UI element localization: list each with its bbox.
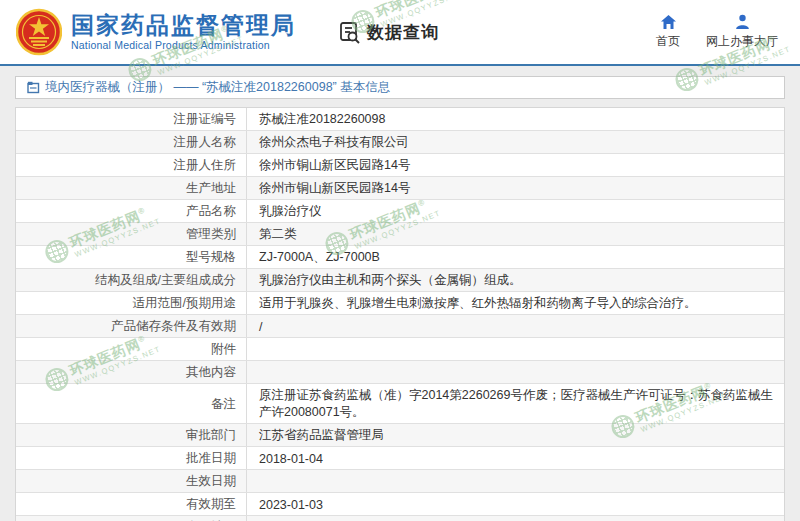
table-row: ? 生产地址 徐州市铜山新区民园路14号 xyxy=(16,177,784,200)
row-label-cell: ? 备注 xyxy=(16,384,247,423)
agency-title-block: 国家药品监督管理局 National Medical Products Admi… xyxy=(71,12,296,52)
row-value: 苏械注准20182260098 xyxy=(247,108,784,130)
table-row: ? 适用范围/预期用途 适用于乳腺炎、乳腺增生电刺激按摩、红外热辐射和药物离子导… xyxy=(16,292,784,315)
agency-name-en: National Medical Products Administration xyxy=(71,38,296,52)
top-nav: 首页 网上办事大厅 xyxy=(656,14,778,50)
row-label-cell: ? 批准日期 xyxy=(16,447,247,469)
table-row: ? 结构及组成/主要组成成分 乳腺治疗仪由主机和两个探头（金属铜）组成。 xyxy=(16,269,784,292)
nav-home[interactable]: 首页 xyxy=(656,14,680,50)
row-value: 江苏省药品监督管理局 xyxy=(247,424,784,446)
row-label: 审批部门 xyxy=(186,427,236,444)
table-row: ? 变更情况 xyxy=(16,516,784,521)
table-row: ? 注册人名称 徐州众杰电子科技有限公司 xyxy=(16,131,784,154)
breadcrumb-text: 境内医疗器械（注册） —— “苏械注准20182260098” 基本信息 xyxy=(45,79,390,96)
data-query-icon xyxy=(338,20,362,44)
row-label: 其他内容 xyxy=(186,364,236,381)
row-label-cell: ? 注册证编号 xyxy=(16,108,247,130)
row-label-cell: ? 适用范围/预期用途 xyxy=(16,292,247,314)
form-icon xyxy=(27,81,40,94)
row-label-cell: ? 管理类别 xyxy=(16,223,247,245)
row-value: 2018-01-04 xyxy=(247,447,784,469)
row-label-cell: ? 产品名称 xyxy=(16,200,247,222)
row-label: 注册人名称 xyxy=(174,134,237,151)
table-row: ? 注册证编号 苏械注准20182260098 xyxy=(16,108,784,131)
table-row: ? 注册人住所 徐州市铜山新区民园路14号 xyxy=(16,154,784,177)
table-row: ? 管理类别 第二类 xyxy=(16,223,784,246)
row-value: 徐州市铜山新区民园路14号 xyxy=(247,154,784,176)
row-label: 生效日期 xyxy=(186,473,236,490)
row-label-cell: ? 审批部门 xyxy=(16,424,247,446)
table-row: ? 产品名称 乳腺治疗仪 xyxy=(16,200,784,223)
row-label-cell: ? 附件 xyxy=(16,338,247,360)
row-label: 注册证编号 xyxy=(174,111,237,128)
row-value: 徐州众杰电子科技有限公司 xyxy=(247,131,784,153)
row-value: 适用于乳腺炎、乳腺增生电刺激按摩、红外热辐射和药物离子导入的综合治疗。 xyxy=(247,292,784,314)
row-label: 产品名称 xyxy=(186,203,236,220)
row-value: 乳腺治疗仪由主机和两个探头（金属铜）组成。 xyxy=(247,269,784,291)
row-value: ZJ-7000A、ZJ-7000B xyxy=(247,246,784,268)
row-value: 原注册证苏食药监械（准）字2014第2260269号作废；医疗器械生产许可证号：… xyxy=(247,384,784,423)
table-row: ? 产品储存条件及有效期 / xyxy=(16,315,784,338)
nav-online-hall[interactable]: 网上办事大厅 xyxy=(706,14,778,50)
table-row: ? 审批部门 江苏省药品监督管理局 xyxy=(16,424,784,447)
info-table: ? 注册证编号 苏械注准20182260098 ? 注册人名称 徐州众杰电子科技… xyxy=(15,107,785,521)
row-label: 生产地址 xyxy=(186,180,236,197)
table-row: ? 生效日期 xyxy=(16,470,784,493)
row-value xyxy=(247,516,784,521)
row-value xyxy=(247,338,784,360)
table-row: ? 有效期至 2023-01-03 xyxy=(16,493,784,516)
table-row: ? 型号规格 ZJ-7000A、ZJ-7000B xyxy=(16,246,784,269)
table-row: ? 备注 原注册证苏食药监械（准）字2014第2260269号作废；医疗器械生产… xyxy=(16,384,784,424)
breadcrumb: 境内医疗器械（注册） —— “苏械注准20182260098” 基本信息 xyxy=(15,76,785,99)
row-label-cell: ? 注册人住所 xyxy=(16,154,247,176)
table-row: ? 其他内容 xyxy=(16,361,784,384)
row-label-cell: ? 结构及组成/主要组成成分 xyxy=(16,269,247,291)
row-label-cell: ? 型号规格 xyxy=(16,246,247,268)
data-query-section: 数据查询 xyxy=(338,20,439,44)
person-icon xyxy=(734,14,751,30)
row-label-cell: ? 生效日期 xyxy=(16,470,247,492)
nav-online-hall-label: 网上办事大厅 xyxy=(706,33,778,50)
row-label: 结构及组成/主要组成成分 xyxy=(95,272,236,289)
home-icon xyxy=(660,14,677,30)
row-label-cell: ? 其他内容 xyxy=(16,361,247,383)
row-label-cell: ? 产品储存条件及有效期 xyxy=(16,315,247,337)
row-label-cell: ? 有效期至 xyxy=(16,493,247,515)
row-value xyxy=(247,470,784,492)
row-label-cell: ? 变更情况 xyxy=(16,516,247,521)
row-label: 备注 xyxy=(211,396,236,413)
header: 国家药品监督管理局 National Medical Products Admi… xyxy=(0,0,800,66)
row-value: / xyxy=(247,315,784,337)
row-value: 第二类 xyxy=(247,223,784,245)
national-emblem-logo xyxy=(16,8,62,56)
row-value: 2023-01-03 xyxy=(247,493,784,515)
row-value: 乳腺治疗仪 xyxy=(247,200,784,222)
row-label: 注册人住所 xyxy=(174,157,237,174)
row-value xyxy=(247,361,784,383)
row-label: 型号规格 xyxy=(186,249,236,266)
row-label: 有效期至 xyxy=(186,496,236,513)
agency-name-cn: 国家药品监督管理局 xyxy=(71,12,296,38)
main-content: 境内医疗器械（注册） —— “苏械注准20182260098” 基本信息 ? 注… xyxy=(0,66,800,521)
row-label: 适用范围/预期用途 xyxy=(133,295,236,312)
row-label: 管理类别 xyxy=(186,226,236,243)
nav-home-label: 首页 xyxy=(656,33,680,50)
table-row: ? 批准日期 2018-01-04 xyxy=(16,447,784,470)
row-value: 徐州市铜山新区民园路14号 xyxy=(247,177,784,199)
table-row: ? 附件 xyxy=(16,338,784,361)
section-title: 数据查询 xyxy=(367,21,439,44)
row-label-cell: ? 生产地址 xyxy=(16,177,247,199)
row-label: 产品储存条件及有效期 xyxy=(111,318,236,335)
row-label: 附件 xyxy=(211,341,236,358)
row-label-cell: ? 注册人名称 xyxy=(16,131,247,153)
row-label: 批准日期 xyxy=(186,450,236,467)
